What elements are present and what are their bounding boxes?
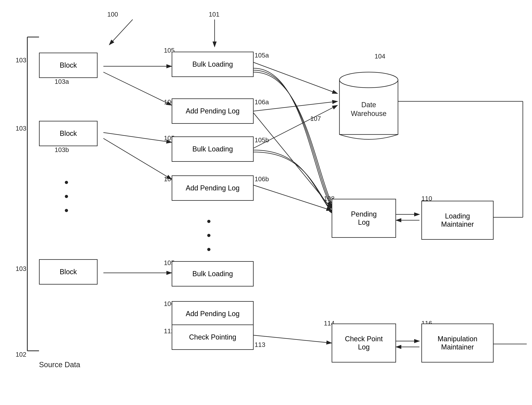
svg-text:Warehouse: Warehouse (351, 109, 387, 118)
ref-106b: 106b (255, 176, 269, 183)
check-pointing-box: Check Pointing (172, 324, 254, 350)
source-data-label: Source Data (39, 361, 80, 369)
ref-107: 107 (310, 115, 321, 122)
block-2: Block (39, 121, 97, 146)
ref-105a: 105a (255, 52, 269, 59)
svg-line-5 (104, 72, 172, 105)
svg-line-9 (254, 62, 338, 94)
block-3: Block (39, 259, 97, 284)
ref-106a: 106a (255, 98, 269, 106)
ref-103a: 103 (16, 56, 26, 64)
check-point-log-box: Check Point Log (332, 324, 396, 363)
ref-103c: 103 (16, 265, 26, 272)
svg-line-6 (104, 133, 172, 142)
ref-103a-sub: 103a (55, 78, 69, 85)
svg-line-13 (254, 113, 332, 209)
loading-maintainer-box: Loading Maintainer (421, 201, 494, 240)
manipulation-maintainer-box: Manipulation Maintainer (421, 324, 494, 363)
svg-text:Date: Date (361, 101, 376, 109)
ref-103b-sub: 103b (55, 146, 69, 154)
add-pending-log-1: Add Pending Log (172, 98, 254, 124)
svg-line-7 (104, 138, 172, 179)
add-pending-log-3: Add Pending Log (172, 301, 254, 326)
dots-center: ••• (207, 214, 211, 256)
bulk-loading-2: Bulk Loading (172, 136, 254, 162)
ref-102: 102 (16, 351, 26, 358)
add-pending-log-2: Add Pending Log (172, 176, 254, 201)
svg-point-27 (339, 72, 398, 88)
date-warehouse-cylinder: Date Warehouse (338, 68, 400, 142)
svg-line-12 (254, 185, 332, 210)
bulk-loading-1: Bulk Loading (172, 52, 254, 77)
ref-100: 100 (107, 11, 118, 18)
pending-log-box: Pending Log (332, 199, 396, 238)
ref-101: 101 (209, 11, 220, 18)
bulk-loading-3: Bulk Loading (172, 261, 254, 286)
ref-113: 113 (255, 341, 265, 349)
svg-line-2 (109, 20, 133, 45)
block-1: Block (39, 53, 97, 78)
ref-104: 104 (374, 53, 385, 60)
ref-105b: 105b (255, 136, 269, 144)
ref-103b: 103 (16, 125, 26, 132)
dots-middle: ••• (64, 176, 69, 217)
